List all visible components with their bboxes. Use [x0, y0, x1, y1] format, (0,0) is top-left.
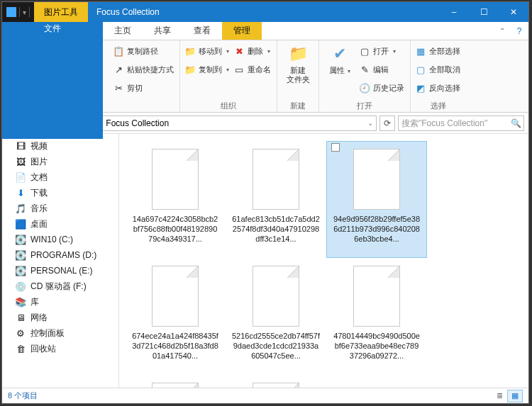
rename-icon: ▭: [233, 64, 245, 75]
file-list[interactable]: 14a697c4224c3058bcb2bf756c88fb00f4819289…: [119, 134, 528, 388]
cut-label: 剪切: [127, 83, 143, 94]
file-name: 674ece24a1a424f88435f3d721c468d2b5f18a3f…: [128, 331, 222, 361]
tree-item[interactable]: ⬇下载: [2, 185, 118, 201]
history-icon: 🕘: [359, 82, 370, 94]
tree-item-icon: 📄: [15, 171, 26, 183]
file-item[interactable]: 478014449bc9490d500ebf6e733eaa9be48ec789…: [326, 258, 427, 375]
tree-item[interactable]: 🗑回收站: [2, 341, 118, 356]
rename-button[interactable]: ▭重命名: [233, 62, 271, 77]
help-icon[interactable]: ?: [510, 22, 528, 40]
copyto-button[interactable]: 📁复制到▾: [184, 62, 229, 77]
select-all-button[interactable]: ▦全部选择: [415, 43, 460, 59]
file-item[interactable]: ad466945e328e5bbde0cddd44ce85af3fda65ac1…: [125, 375, 226, 388]
newfolder-button[interactable]: 📁 新建 文件夹: [280, 42, 316, 100]
delete-button[interactable]: ✖删除▾: [233, 43, 271, 59]
file-thumbnail: [253, 383, 299, 388]
file-item[interactable]: 61afec813cb51dc7a5dd22574f8df3d40a479102…: [226, 141, 326, 258]
tree-item-label: WIN10 (C:): [31, 235, 73, 244]
separator: [29, 7, 30, 17]
tree-item[interactable]: 💽PERSONAL (E:): [2, 263, 118, 278]
address-path: Focus Collection: [106, 118, 169, 128]
tree-item-label: 图片: [31, 156, 48, 168]
selectnone-icon: ▢: [415, 64, 426, 75]
edit-button[interactable]: ✎编辑: [359, 62, 404, 77]
history-label: 历史记录: [373, 83, 404, 94]
copyto-icon: 📁: [184, 64, 196, 75]
copypath-button[interactable]: 📋复制路径: [113, 43, 174, 59]
file-thumbnail: [152, 149, 199, 210]
file-checkbox[interactable]: [331, 143, 340, 152]
chevron-down-icon[interactable]: ⌄: [367, 119, 373, 127]
selectall-icon: ▦: [415, 45, 426, 57]
tree-item-icon: ⬇: [15, 187, 26, 198]
refresh-button[interactable]: ⟳: [379, 115, 395, 131]
moveto-button[interactable]: 📁移动到▾: [184, 43, 229, 59]
cut-button[interactable]: ✂剪切: [113, 80, 174, 96]
tree-item-label: PROGRAMS (D:): [31, 250, 96, 260]
group-label-open: 打开: [322, 101, 407, 112]
tab-manage[interactable]: 管理: [222, 22, 262, 40]
tab-view[interactable]: 查看: [182, 22, 222, 40]
close-button[interactable]: ✕: [499, 2, 528, 22]
tree-item-icon: 🟦: [15, 218, 26, 230]
properties-button[interactable]: ✔ 属性 ▾: [322, 42, 358, 100]
qat-dropdown-icon[interactable]: ▾: [23, 9, 26, 16]
chevron-down-icon: ▾: [393, 48, 396, 55]
status-bar: 8 个项目 ≣ ▦: [2, 388, 528, 403]
minimize-button[interactable]: –: [439, 2, 469, 22]
ribbon-group-open: ✔ 属性 ▾ ▢打开▾ ✎编辑 🕘历史记录 打开: [319, 40, 411, 112]
search-input[interactable]: [401, 118, 508, 128]
tree-item[interactable]: ⚙控制面板: [2, 325, 118, 341]
chevron-down-icon: ▾: [267, 48, 270, 55]
tree-item-icon: ⚙: [15, 327, 26, 339]
tree-item[interactable]: 💿CD 驱动器 (F:): [2, 278, 118, 294]
file-thumbnail: [152, 383, 199, 388]
address-input[interactable]: › Focus Collection ⌄: [80, 115, 377, 131]
paste-shortcut-button[interactable]: ↗粘贴快捷方式: [113, 62, 174, 77]
moveto-icon: 📁: [184, 45, 196, 57]
select-none-button[interactable]: ▢全部取消: [415, 62, 460, 77]
window-buttons: – ☐ ✕: [439, 2, 528, 22]
tree-item[interactable]: 🟦桌面: [2, 216, 118, 232]
view-details-button[interactable]: ≣: [492, 390, 507, 402]
scissors-icon: ✂: [113, 82, 124, 94]
file-item[interactable]: 674ece24a1a424f88435f3d721c468d2b5f18a3f…: [125, 258, 226, 375]
open-icon: ▢: [359, 45, 370, 57]
properties-icon: ✔: [329, 43, 350, 64]
edit-icon: ✎: [359, 64, 370, 75]
select-all-label: 全部选择: [429, 46, 460, 57]
tree-item[interactable]: 💽PROGRAMS (D:): [2, 247, 118, 263]
shortcut-icon: ↗: [113, 64, 124, 75]
history-button[interactable]: 🕘历史记录: [359, 80, 404, 96]
tree-item-label: 控制面板: [31, 327, 65, 339]
maximize-button[interactable]: ☐: [469, 2, 499, 22]
file-thumbnail: [353, 266, 400, 327]
tree-item[interactable]: 📄文档: [2, 169, 118, 185]
nav-tree[interactable]: 🎞视频🖼图片📄文档⬇下载🎵音乐🟦桌面💽WIN10 (C:)💽PROGRAMS (…: [2, 134, 119, 388]
tab-home[interactable]: 主页: [103, 22, 143, 40]
copypath-label: 复制路径: [127, 46, 158, 57]
ribbon-collapse-icon[interactable]: ⌃: [494, 22, 510, 40]
file-item[interactable]: bbf14181b4f056e890856e54f13c58b23112538b…: [226, 375, 326, 388]
tree-item-icon: 🎵: [15, 203, 26, 214]
tree-item-label: 库: [31, 296, 39, 308]
tree-item[interactable]: 🖼图片: [2, 154, 118, 169]
open-button[interactable]: ▢打开▾: [359, 43, 404, 59]
tree-item[interactable]: 🎵音乐: [2, 201, 118, 216]
tree-item[interactable]: 🖥网络: [2, 310, 118, 325]
explorer-window: ▾ 图片工具 Focus Collection – ☐ ✕ 文件 主页 共享 查…: [1, 1, 529, 404]
file-item[interactable]: 14a697c4224c3058bcb2bf756c88fb00f4819289…: [125, 141, 226, 258]
tab-share[interactable]: 共享: [143, 22, 182, 40]
tree-item[interactable]: 🎞视频: [2, 138, 118, 154]
tab-file[interactable]: 文件: [2, 22, 103, 139]
search-box[interactable]: 🔍: [398, 115, 524, 131]
view-icons-button[interactable]: ▦: [507, 390, 523, 402]
separator: [19, 7, 20, 17]
tree-item[interactable]: 📚库: [2, 294, 118, 310]
file-item[interactable]: 94e9d956f28b29ffef5e386d211b973d996c8402…: [326, 141, 427, 258]
tree-item[interactable]: 💽WIN10 (C:): [2, 232, 118, 247]
content-area: 🎞视频🖼图片📄文档⬇下载🎵音乐🟦桌面💽WIN10 (C:)💽PROGRAMS (…: [2, 134, 528, 388]
tree-item-label: 视频: [31, 140, 48, 152]
file-item[interactable]: 5216cd2555ce2db74ff57f9daed3cde1cdcd2193…: [226, 258, 326, 375]
select-invert-button[interactable]: ◩反向选择: [415, 80, 460, 96]
